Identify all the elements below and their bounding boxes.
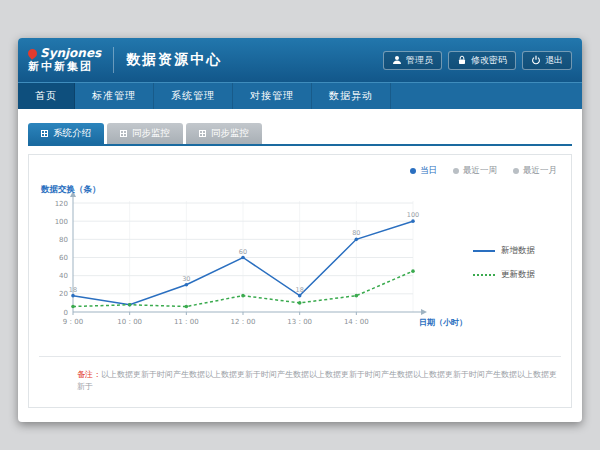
chart-legend: 新增数据 更新数据 bbox=[469, 183, 561, 342]
grid-icon bbox=[199, 130, 206, 137]
tab-bar: 系统介绍 同步监控 同步监控 bbox=[18, 109, 582, 144]
svg-text:12：00: 12：00 bbox=[231, 318, 256, 326]
svg-text:20: 20 bbox=[59, 290, 68, 298]
footnote: 备注：以上数据更新于时间产生数据以上数据更新于时间产生数据以上数据更新于时间产生… bbox=[39, 356, 561, 397]
legend-label: 新增数据 bbox=[501, 245, 535, 257]
filter-label: 最近一周 bbox=[463, 165, 497, 177]
change-password-label: 修改密码 bbox=[471, 54, 507, 67]
logo-subtitle: 新中新集团 bbox=[28, 61, 101, 74]
logo: Synjones 新中新集团 bbox=[28, 47, 101, 73]
tab-label: 同步监控 bbox=[132, 127, 170, 140]
radio-dot-icon bbox=[453, 168, 459, 174]
svg-text:10：00: 10：00 bbox=[117, 318, 142, 326]
footnote-text: 以上数据更新于时间产生数据以上数据更新于时间产生数据以上数据更新于时间产生数据以… bbox=[77, 370, 557, 391]
svg-text:11：00: 11：00 bbox=[174, 318, 199, 326]
nav-item-home[interactable]: 首页 bbox=[18, 83, 75, 109]
tab-sync-monitor-1[interactable]: 同步监控 bbox=[107, 123, 183, 144]
nav-item-system-mgmt[interactable]: 系统管理 bbox=[154, 83, 233, 109]
filter-last-week[interactable]: 最近一周 bbox=[453, 165, 497, 177]
nav-item-standard-mgmt[interactable]: 标准管理 bbox=[75, 83, 154, 109]
filter-label: 最近一月 bbox=[523, 165, 557, 177]
app-header: Synjones 新中新集团 数据资源中心 管理员 修改密码 bbox=[18, 38, 582, 82]
svg-text:0: 0 bbox=[64, 309, 68, 317]
admin-button[interactable]: 管理员 bbox=[383, 51, 442, 70]
app-window: Synjones 新中新集团 数据资源中心 管理员 修改密码 bbox=[18, 38, 582, 422]
tab-label: 同步监控 bbox=[211, 127, 249, 140]
nav-item-data-changes[interactable]: 数据异动 bbox=[312, 83, 391, 109]
svg-text:100: 100 bbox=[407, 211, 419, 219]
logo-icon bbox=[26, 47, 39, 60]
admin-button-label: 管理员 bbox=[406, 54, 433, 67]
tab-system-intro[interactable]: 系统介绍 bbox=[28, 123, 104, 144]
solid-line-icon bbox=[473, 250, 495, 252]
tab-label: 系统介绍 bbox=[53, 127, 91, 140]
power-icon bbox=[531, 55, 541, 65]
svg-text:60: 60 bbox=[59, 254, 68, 262]
legend-item-new-data: 新增数据 bbox=[473, 245, 561, 257]
logout-button[interactable]: 退出 bbox=[522, 51, 572, 70]
header-actions: 管理员 修改密码 退出 bbox=[383, 51, 572, 70]
svg-text:13：00: 13：00 bbox=[287, 318, 312, 326]
svg-text:80: 80 bbox=[59, 236, 68, 244]
svg-text:60: 60 bbox=[239, 248, 247, 256]
logo-top: Synjones bbox=[28, 47, 101, 61]
grid-icon bbox=[41, 130, 48, 137]
main-nav: 首页 标准管理 系统管理 对接管理 数据异动 bbox=[18, 82, 582, 109]
nav-item-connection-mgmt[interactable]: 对接管理 bbox=[233, 83, 312, 109]
legend-item-updated-data: 更新数据 bbox=[473, 269, 561, 281]
radio-dot-icon bbox=[410, 168, 416, 174]
chart-panel: 当日 最近一周 最近一月 0204060801001209：0010：0011：… bbox=[28, 154, 572, 408]
user-icon bbox=[392, 55, 402, 65]
filter-last-month[interactable]: 最近一月 bbox=[513, 165, 557, 177]
svg-text:40: 40 bbox=[59, 272, 68, 280]
svg-text:30: 30 bbox=[182, 275, 190, 283]
time-filters: 当日 最近一周 最近一月 bbox=[410, 165, 557, 177]
svg-text:数据交换（条）: 数据交换（条） bbox=[40, 184, 101, 194]
logo-text: Synjones bbox=[40, 47, 101, 61]
filter-label: 当日 bbox=[420, 165, 437, 177]
svg-text:120: 120 bbox=[55, 200, 68, 208]
tab-sync-monitor-2[interactable]: 同步监控 bbox=[186, 123, 262, 144]
svg-text:14：00: 14：00 bbox=[344, 318, 369, 326]
page-title: 数据资源中心 bbox=[126, 51, 222, 69]
filter-today[interactable]: 当日 bbox=[410, 165, 437, 177]
logout-label: 退出 bbox=[545, 54, 563, 67]
svg-text:100: 100 bbox=[55, 218, 68, 226]
grid-icon bbox=[120, 130, 127, 137]
chart-row: 0204060801001209：0010：0011：0012：0013：001… bbox=[39, 183, 561, 342]
radio-dot-icon bbox=[513, 168, 519, 174]
svg-text:18: 18 bbox=[296, 286, 304, 294]
svg-text:80: 80 bbox=[352, 229, 360, 237]
svg-text:9：00: 9：00 bbox=[63, 318, 83, 326]
tab-underline bbox=[28, 144, 572, 146]
svg-text:18: 18 bbox=[69, 286, 77, 294]
dotted-line-icon bbox=[473, 274, 495, 276]
footnote-label: 备注： bbox=[77, 370, 101, 379]
change-password-button[interactable]: 修改密码 bbox=[448, 51, 516, 70]
lock-icon bbox=[457, 55, 467, 65]
svg-text:日期（小时）: 日期（小时） bbox=[419, 318, 467, 327]
header-divider bbox=[113, 47, 114, 73]
legend-label: 更新数据 bbox=[501, 269, 535, 281]
line-chart: 0204060801001209：0010：0011：0012：0013：001… bbox=[39, 183, 469, 342]
